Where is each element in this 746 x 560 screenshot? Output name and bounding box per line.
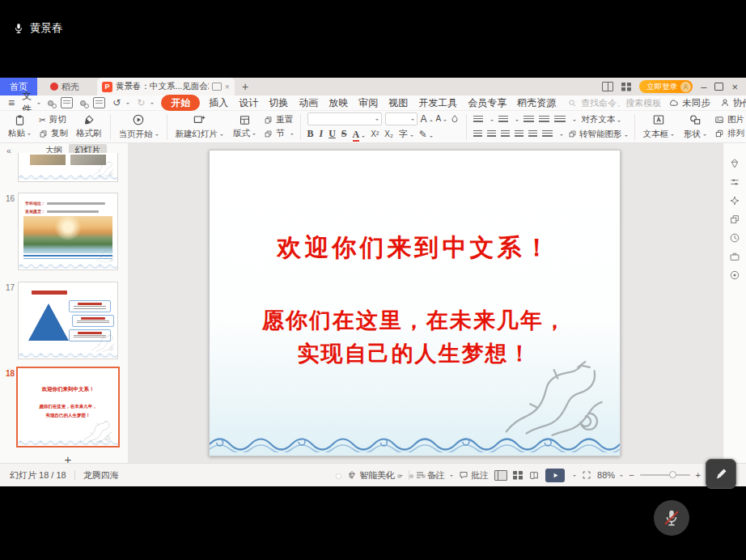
redo-button[interactable]: ↻: [137, 97, 154, 108]
menu-tab-review[interactable]: 审阅: [357, 96, 379, 110]
new-tab-button[interactable]: +: [235, 78, 256, 95]
font-size-select[interactable]: [385, 112, 418, 125]
preview-icon[interactable]: [93, 97, 105, 108]
save-icon[interactable]: [48, 100, 53, 106]
text-tool-button[interactable]: 字: [399, 128, 413, 140]
normal-view-icon[interactable]: [494, 470, 507, 481]
comment-button[interactable]: 批注: [459, 469, 489, 482]
menu-tab-animation[interactable]: 动画: [297, 96, 320, 110]
tab-document[interactable]: P 黄景春：中文系...见面会2022 ×: [97, 78, 235, 95]
strikethrough-button[interactable]: S: [341, 128, 347, 140]
login-button[interactable]: 立即登录: [639, 80, 693, 93]
numbered-list-icon[interactable]: [498, 116, 508, 124]
copy-button[interactable]: 复制: [39, 128, 68, 139]
tab-preview-icon[interactable]: [212, 83, 222, 91]
decrease-indent-icon[interactable]: [523, 116, 534, 124]
mute-mic-button[interactable]: [654, 500, 689, 536]
format-painter-button[interactable]: 格式刷: [71, 114, 107, 140]
menu-tab-home[interactable]: 开始: [161, 95, 200, 111]
help-icon[interactable]: [729, 269, 740, 281]
underline-button[interactable]: U: [328, 128, 336, 140]
align-text-button[interactable]: 对齐文本: [581, 114, 621, 125]
menu-tab-view[interactable]: 视图: [387, 96, 409, 110]
zoom-slider-knob[interactable]: [669, 471, 676, 478]
slide-sorter-icon[interactable]: [513, 471, 523, 480]
properties-icon[interactable]: [729, 176, 740, 188]
command-search[interactable]: 查找命令、搜索模板: [568, 97, 661, 109]
slide-thumbnail-15[interactable]: [18, 153, 118, 182]
cut-button[interactable]: ✂剪切: [39, 114, 68, 125]
hamburger-icon[interactable]: ≡: [8, 96, 15, 109]
minimize-button[interactable]: –: [701, 82, 706, 92]
close-button[interactable]: ×: [731, 82, 738, 92]
subscript-button[interactable]: X₂: [384, 129, 393, 138]
beautify-icon[interactable]: [729, 158, 740, 169]
zoom-in-button[interactable]: +: [696, 470, 701, 480]
slide-thumbnail-17[interactable]: [18, 282, 118, 359]
font-name-select[interactable]: [307, 112, 382, 125]
sync-status[interactable]: 未同步: [668, 97, 710, 109]
menu-tab-member[interactable]: 会员专享: [466, 96, 508, 110]
highlight-pen-button[interactable]: ✎: [419, 129, 433, 140]
line-spacing-icon[interactable]: [554, 116, 566, 124]
collaborate-button[interactable]: 协作: [720, 97, 746, 109]
menu-tab-design[interactable]: 设计: [237, 96, 260, 110]
restore-button[interactable]: [714, 83, 723, 91]
paste-button[interactable]: 粘贴: [3, 114, 36, 140]
undo-button[interactable]: ↺: [112, 97, 129, 108]
font-color-button[interactable]: A: [353, 129, 366, 140]
theme-name[interactable]: 龙腾四海: [83, 469, 119, 482]
clear-format-icon[interactable]: [450, 114, 460, 124]
arrange-button[interactable]: 排列: [714, 128, 746, 139]
bullet-list-icon[interactable]: [473, 116, 483, 124]
section-button[interactable]: 节: [264, 128, 294, 139]
slide-18-canvas[interactable]: 欢迎你们来到中文系！ 愿你们在这里，在未来几年， 实现自己的人生梦想！: [209, 150, 621, 456]
new-slide-button[interactable]: 新建幻灯片: [171, 113, 229, 140]
align-right-icon[interactable]: [501, 130, 510, 138]
menu-tab-docer-res[interactable]: 稻壳资源: [515, 96, 557, 110]
decrease-font-button[interactable]: A: [436, 114, 447, 123]
menu-tab-insert[interactable]: 插入: [207, 96, 230, 110]
play-from-current-button[interactable]: 当页开始: [114, 113, 163, 140]
zoom-out-button[interactable]: −: [629, 470, 634, 480]
zoom-level[interactable]: 88%: [597, 470, 623, 480]
paragraph-spacing-icon[interactable]: [542, 130, 553, 138]
toolbox-icon[interactable]: [729, 251, 740, 262]
export-icon[interactable]: [61, 97, 73, 108]
smart-graphic-button[interactable]: 转智能图形: [568, 129, 627, 140]
reset-button[interactable]: 重置: [264, 114, 294, 125]
zoom-slider[interactable]: [640, 474, 690, 476]
slide-thumbnail-18-selected[interactable]: 欢迎你们来到中文系！ 愿你们在这里，在未来几年， 实现自己的人生梦想！: [16, 367, 120, 448]
reading-view-icon[interactable]: [528, 470, 540, 481]
slideshow-play-button[interactable]: [545, 469, 565, 482]
tab-close-icon[interactable]: ×: [225, 82, 230, 91]
italic-button[interactable]: I: [320, 128, 324, 140]
add-slide-button[interactable]: +: [18, 452, 118, 463]
history-icon[interactable]: [729, 232, 740, 244]
smart-beautify-button[interactable]: 智能美化: [347, 469, 403, 482]
play-options-caret[interactable]: [573, 475, 576, 478]
distribute-icon[interactable]: [528, 130, 537, 138]
layers-icon[interactable]: [729, 214, 740, 225]
menu-tab-transition[interactable]: 切换: [267, 96, 290, 110]
picture-button[interactable]: 图片: [714, 114, 746, 125]
increase-indent-icon[interactable]: [539, 116, 549, 124]
bold-button[interactable]: B: [307, 128, 314, 140]
textbox-button[interactable]: 文本框: [638, 113, 680, 140]
fit-screen-icon[interactable]: [582, 470, 591, 480]
split-view-icon[interactable]: [602, 82, 613, 91]
collapse-panel-icon[interactable]: «: [0, 146, 18, 155]
effects-icon[interactable]: [729, 195, 740, 206]
menu-tab-slideshow[interactable]: 放映: [327, 96, 350, 110]
annotation-pen-button[interactable]: [706, 459, 736, 489]
slide-thumbnail-16[interactable]: 学科地位： 发展愿景：: [18, 193, 118, 270]
align-center-icon[interactable]: [487, 130, 496, 138]
tab-list-icon[interactable]: [621, 83, 631, 91]
align-left-icon[interactable]: [473, 130, 482, 138]
justify-icon[interactable]: [515, 130, 523, 138]
increase-font-button[interactable]: A: [421, 113, 433, 125]
shapes-button[interactable]: 形状: [679, 113, 711, 140]
menu-tab-devtools[interactable]: 开发工具: [417, 96, 459, 110]
print-icon[interactable]: [80, 100, 86, 106]
notes-button[interactable]: 备注: [415, 469, 453, 482]
